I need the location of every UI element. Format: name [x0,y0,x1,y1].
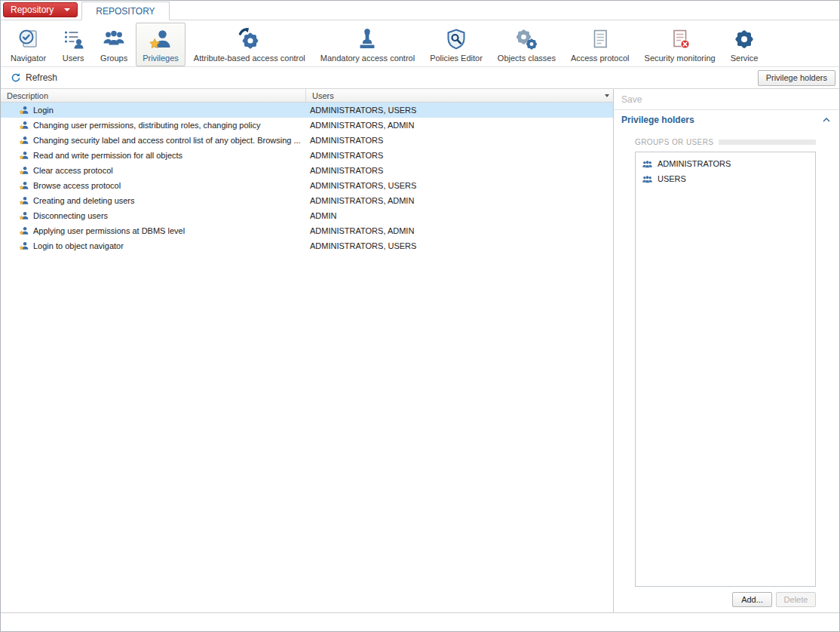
ribbon-item-objects-classes[interactable]: Objects classes [491,23,563,66]
privilege-users: ADMINISTRATORS, ADMIN [310,226,414,235]
members-listbox[interactable]: ADMINISTRATORS USERS [635,152,816,587]
ribbon-item-label: Attribute-based access control [194,54,305,63]
description-cell: Applying user permissions at DBMS level [1,225,306,236]
table-row[interactable]: Changing user permissions, distributing … [1,118,613,133]
privilege-holders-button[interactable]: Privilege holders [758,70,835,86]
privilege-description: Browse access protocol [33,181,121,190]
ribbon-item-policies-editor[interactable]: Policies Editor [423,23,489,66]
privilege-description: Login [33,106,54,115]
privilege-holders-section-header[interactable]: Privilege holders [614,109,839,129]
table-row[interactable]: Disconnecting users ADMIN [1,208,613,223]
description-cell: Disconnecting users [1,210,306,221]
ribbon-item-security-monitoring[interactable]: Security monitoring [638,23,722,66]
ribbon-item-label: Navigator [11,54,46,63]
group-icon [642,159,653,169]
repository-menu-button[interactable]: Repository [3,2,78,17]
ribbon-item-mandatory-access-control[interactable]: Mandatory access control [314,23,422,66]
privileges-icon [149,27,173,51]
details-panel: Save Privilege holders GROUPS OR USERS A… [614,89,839,612]
groups-or-users-label: GROUPS OR USERS [635,138,713,146]
privilege-users: ADMINISTRATORS [310,136,383,145]
description-cell: Clear access protocol [1,165,306,176]
privilege-users: ADMINISTRATORS, ADMIN [310,121,414,130]
refresh-label: Refresh [26,72,57,83]
member-buttons-row: Add... Delete [635,587,816,609]
privilege-description: Clear access protocol [33,166,113,175]
description-cell: Login to object navigator [1,241,306,251]
ribbon-item-label: Users [63,54,84,63]
document-icon [588,27,612,51]
ribbon-item-service[interactable]: Service [724,23,765,66]
label-divider [719,140,816,145]
privilege-icon [19,150,29,161]
privilege-description: Disconnecting users [33,211,108,220]
privilege-description: Changing security label and access contr… [33,136,301,145]
privilege-icon [19,241,29,251]
description-cell: Read and write permission for all object… [1,150,306,161]
groups-or-users-label-row: GROUPS OR USERS [635,138,816,146]
column-header-users[interactable]: Users [306,89,601,102]
table-row[interactable]: Login to object navigator ADMINISTRATORS… [1,238,613,253]
ribbon-item-label: Access protocol [571,54,630,63]
table-body: Login ADMINISTRATORS, USERS Changing use… [1,103,613,612]
table-row[interactable]: Creating and deleting users ADMINISTRATO… [1,193,613,208]
caret-down-icon [605,94,609,97]
table-row[interactable]: Login ADMINISTRATORS, USERS [1,103,613,118]
column-header-description[interactable]: Description [1,89,306,102]
privileges-table: Description Users Login ADMINISTRATORS, … [1,89,614,612]
tab-repository-label: REPOSITORY [96,6,155,17]
ribbon-toolbar: Navigator Users Groups Privileges Attrib… [1,20,839,67]
privilege-icon [19,210,29,221]
ribbon-item-access-protocol[interactable]: Access protocol [564,23,636,66]
main-content: Description Users Login ADMINISTRATORS, … [1,89,839,613]
save-label: Save [621,94,642,105]
table-row[interactable]: Applying user permissions at DBMS level … [1,223,613,238]
privilege-users: ADMINISTRATORS, USERS [310,106,416,115]
chevron-up-icon [823,118,830,122]
refresh-button[interactable]: Refresh [7,70,61,85]
users-cell: ADMINISTRATORS, USERS [306,106,613,115]
ribbon-item-users[interactable]: Users [54,23,92,66]
table-row[interactable]: Read and write permission for all object… [1,148,613,163]
application-window: Repository REPOSITORY Navigator Users Gr… [0,0,840,632]
privilege-holders-section-body: GROUPS OR USERS ADMINISTRATORS USERS [614,129,839,612]
gear-icon [732,27,756,51]
privilege-description: Changing user permissions, distributing … [33,121,260,130]
table-row[interactable]: Browse access protocol ADMINISTRATORS, U… [1,178,613,193]
member-list-item[interactable]: ADMINISTRATORS [636,156,815,171]
secondary-toolbar: Refresh Privilege holders [1,67,839,89]
description-cell: Login [1,105,306,115]
ribbon-item-label: Groups [100,54,127,63]
table-header: Description Users [1,89,613,103]
table-row[interactable]: Clear access protocol ADMINISTRATORS [1,163,613,178]
privilege-icon [19,180,29,191]
delete-button[interactable]: Delete [776,592,816,607]
ribbon-item-navigator[interactable]: Navigator [4,23,53,66]
ribbon-item-attribute-based-access-control[interactable]: Attribute-based access control [187,23,312,66]
users-cell: ADMIN [306,211,613,220]
member-name: ADMINISTRATORS [658,159,731,168]
column-menu-button[interactable] [601,89,613,102]
save-button[interactable]: Save [614,89,839,109]
privilege-icon [19,135,29,146]
ribbon-item-groups[interactable]: Groups [94,23,134,66]
repository-menu-label: Repository [11,5,54,15]
privilege-users: ADMIN [310,211,336,220]
tab-repository[interactable]: REPOSITORY [81,2,169,20]
table-row[interactable]: Changing security label and access contr… [1,133,613,148]
privilege-icon [19,105,29,115]
top-bar: Repository REPOSITORY [1,1,839,20]
ribbon-item-label: Mandatory access control [320,54,415,63]
users-cell: ADMINISTRATORS, USERS [306,241,613,250]
ribbon-item-privileges[interactable]: Privileges [136,23,185,66]
navigator-icon [17,27,41,51]
member-list-item[interactable]: USERS [636,171,815,186]
privilege-icon [19,225,29,236]
users-cell: ADMINISTRATORS, ADMIN [306,226,613,235]
users-cell: ADMINISTRATORS, USERS [306,181,613,190]
document-error-icon [668,27,692,51]
add-button[interactable]: Add... [732,592,772,607]
privilege-users: ADMINISTRATORS, USERS [310,241,416,250]
privilege-users: ADMINISTRATORS, USERS [310,181,416,190]
shield-search-icon [444,27,468,51]
